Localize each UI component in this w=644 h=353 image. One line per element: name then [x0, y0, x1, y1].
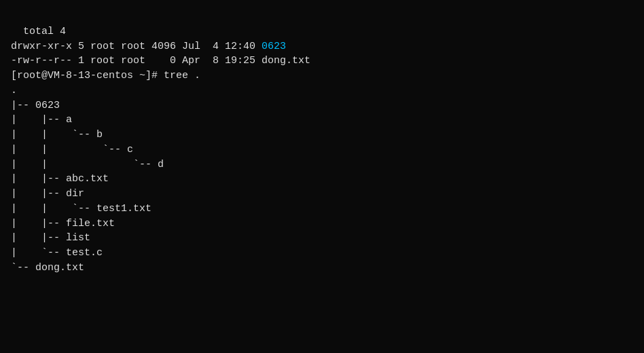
tree-line-c: | | `-- c	[11, 144, 133, 155]
dir-0623: 0623	[262, 41, 286, 52]
tree-line-a: | |-- a	[11, 114, 72, 126]
terminal-content: total 4 drwxr-xr-x 5 root root 4096 Jul …	[11, 26, 310, 274]
tree-line-d: | | `-- d	[11, 159, 164, 170]
tree-line-b: | | `-- b	[11, 129, 103, 141]
tree-line-abc: | |-- abc.txt	[11, 173, 109, 185]
tree-root-dot: .	[11, 85, 17, 96]
line-drwxr: drwxr-xr-x 5 root root 4096 Jul 4 12:40	[11, 41, 262, 52]
tree-line-test1: | | `-- test1.txt	[11, 203, 151, 215]
line-total: total 4	[23, 26, 66, 37]
terminal-window: total 4 drwxr-xr-x 5 root root 4096 Jul …	[0, 0, 644, 353]
tree-line-dir: | |-- dir	[11, 188, 84, 200]
tree-line-dongtxt: `-- dong.txt	[11, 262, 84, 274]
tree-line-testc: | `-- test.c	[11, 247, 103, 259]
tree-line-0623: |-- 0623	[11, 100, 60, 111]
tree-line-file: | |-- file.txt	[11, 218, 115, 229]
prompt-line: [root@VM-8-13-centos ~]# tree .	[11, 70, 200, 81]
line-rw: -rw-r--r-- 1 root root 0 Apr 8 19:25 don…	[11, 55, 310, 67]
tree-line-list: | |-- list	[11, 232, 90, 244]
